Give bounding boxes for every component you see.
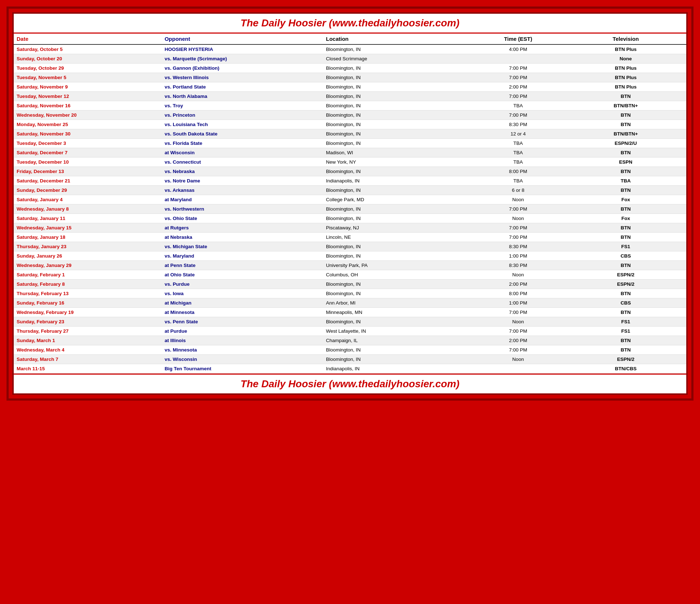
- cell-location: Bloomington, IN: [323, 82, 471, 92]
- cell-location: Bloomington, IN: [323, 111, 471, 120]
- cell-time: 7:00 PM: [471, 345, 565, 355]
- cell-date: Tuesday, December 3: [14, 139, 162, 148]
- cell-opponent: at Ohio State: [162, 270, 323, 280]
- cell-tv: CBS: [565, 298, 686, 308]
- cell-opponent: at Minnesota: [162, 308, 323, 317]
- cell-date: Saturday, December 7: [14, 148, 162, 158]
- cell-tv: BTN/CBS: [565, 364, 686, 374]
- cell-time: 4:00 PM: [471, 44, 565, 54]
- cell-date: Saturday, October 5: [14, 44, 162, 54]
- table-row: Saturday, January 11vs. Ohio StateBloomi…: [14, 214, 686, 223]
- table-row: Saturday, November 30vs. South Dakota St…: [14, 129, 686, 139]
- table-row: Tuesday, November 12vs. North AlabamaBlo…: [14, 92, 686, 101]
- cell-location: Ann Arbor, MI: [323, 298, 471, 308]
- table-row: Wednesday, January 29at Penn StateUniver…: [14, 261, 686, 270]
- cell-location: Closed Scrimmage: [323, 54, 471, 64]
- cell-time: TBA: [471, 158, 565, 167]
- table-row: Tuesday, December 10vs. ConnecticutNew Y…: [14, 158, 686, 167]
- cell-time: 7:00 PM: [471, 308, 565, 317]
- cell-opponent: at Purdue: [162, 327, 323, 336]
- table-header-row: Date Opponent Location Time (EST) Televi…: [14, 34, 686, 44]
- cell-time: Noon: [471, 195, 565, 204]
- cell-tv: ESPN/2: [565, 280, 686, 289]
- col-header-date: Date: [14, 34, 162, 44]
- table-row: Thursday, January 23vs. Michigan StateBl…: [14, 242, 686, 251]
- cell-opponent: vs. Northwestern: [162, 204, 323, 214]
- cell-location: Bloomington, IN: [323, 251, 471, 261]
- footer-title: The Daily Hoosier (www.thedailyhoosier.c…: [241, 378, 460, 389]
- table-row: Wednesday, February 19at MinnesotaMinnea…: [14, 308, 686, 317]
- table-row: Thursday, February 27at PurdueWest Lafay…: [14, 327, 686, 336]
- cell-time: [471, 364, 565, 374]
- cell-time: 8:00 PM: [471, 289, 565, 298]
- footer-bar: The Daily Hoosier (www.thedailyhoosier.c…: [14, 374, 686, 393]
- cell-location: Champaign, IL: [323, 336, 471, 345]
- cell-tv: TBA: [565, 176, 686, 186]
- cell-date: Tuesday, December 10: [14, 158, 162, 167]
- cell-opponent: HOOSIER HYSTERIA: [162, 44, 323, 54]
- cell-tv: ESPN/2/U: [565, 139, 686, 148]
- cell-time: Noon: [471, 214, 565, 223]
- schedule-table: Date Opponent Location Time (EST) Televi…: [14, 34, 686, 374]
- cell-time: 8:30 PM: [471, 242, 565, 251]
- cell-time: 12 or 4: [471, 129, 565, 139]
- cell-time: 2:00 PM: [471, 336, 565, 345]
- cell-date: Sunday, February 16: [14, 298, 162, 308]
- cell-time: 1:00 PM: [471, 251, 565, 261]
- cell-tv: BTN: [565, 148, 686, 158]
- cell-location: Bloomington, IN: [323, 204, 471, 214]
- cell-time: 7:00 PM: [471, 223, 565, 233]
- cell-opponent: vs. Princeton: [162, 111, 323, 120]
- cell-tv: BTN/BTN+: [565, 101, 686, 111]
- cell-tv: ESPN/2: [565, 270, 686, 280]
- table-row: Saturday, February 8vs. PurdueBloomingto…: [14, 280, 686, 289]
- cell-location: Minneapolis, MN: [323, 308, 471, 317]
- cell-location: Bloomington, IN: [323, 73, 471, 82]
- cell-time: 8:30 PM: [471, 261, 565, 270]
- cell-tv: FS1: [565, 327, 686, 336]
- cell-date: Sunday, December 29: [14, 186, 162, 195]
- cell-opponent: vs. Arkansas: [162, 186, 323, 195]
- cell-date: Saturday, December 21: [14, 176, 162, 186]
- cell-time: 7:00 PM: [471, 64, 565, 73]
- cell-location: Bloomington, IN: [323, 139, 471, 148]
- cell-tv: BTN: [565, 345, 686, 355]
- cell-opponent: vs. Western Illinois: [162, 73, 323, 82]
- cell-tv: FS1: [565, 317, 686, 327]
- cell-time: 1:00 PM: [471, 298, 565, 308]
- cell-location: Bloomington, IN: [323, 129, 471, 139]
- cell-opponent: vs. Florida State: [162, 139, 323, 148]
- cell-location: Indianapolis, IN: [323, 364, 471, 374]
- cell-location: College Park, MD: [323, 195, 471, 204]
- cell-opponent: vs. Portland State: [162, 82, 323, 92]
- cell-date: Saturday, November 16: [14, 101, 162, 111]
- cell-opponent: at Rutgers: [162, 223, 323, 233]
- table-row: Saturday, December 21vs. Notre DameIndia…: [14, 176, 686, 186]
- cell-time: Noon: [471, 270, 565, 280]
- cell-tv: BTN: [565, 186, 686, 195]
- cell-location: West Lafayette, IN: [323, 327, 471, 336]
- cell-time: 8:30 PM: [471, 120, 565, 129]
- cell-tv: FS1: [565, 242, 686, 251]
- table-row: Tuesday, October 29vs. Gannon (Exhibitio…: [14, 64, 686, 73]
- cell-tv: BTN/BTN+: [565, 129, 686, 139]
- cell-location: Madison, WI: [323, 148, 471, 158]
- cell-tv: BTN Plus: [565, 73, 686, 82]
- cell-time: 7:00 PM: [471, 92, 565, 101]
- cell-time: 6 or 8: [471, 186, 565, 195]
- cell-date: Wednesday, November 20: [14, 111, 162, 120]
- table-row: Sunday, February 23vs. Penn StateBloomin…: [14, 317, 686, 327]
- table-row: Saturday, February 1at Ohio StateColumbu…: [14, 270, 686, 280]
- cell-tv: BTN: [565, 308, 686, 317]
- cell-date: Tuesday, November 12: [14, 92, 162, 101]
- cell-tv: BTN Plus: [565, 82, 686, 92]
- cell-location: Lincoln, NE: [323, 233, 471, 242]
- cell-date: Wednesday, January 15: [14, 223, 162, 233]
- cell-opponent: vs. Ohio State: [162, 214, 323, 223]
- table-row: March 11-15Big Ten TournamentIndianapoli…: [14, 364, 686, 374]
- table-row: Saturday, December 7at WisconsinMadison,…: [14, 148, 686, 158]
- cell-date: Saturday, February 1: [14, 270, 162, 280]
- cell-tv: BTN: [565, 92, 686, 101]
- cell-tv: BTN Plus: [565, 64, 686, 73]
- cell-opponent: at Wisconsin: [162, 148, 323, 158]
